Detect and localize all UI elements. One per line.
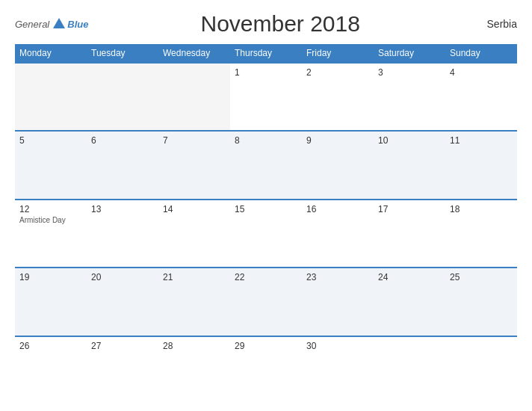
calendar-week-2: 567891011 [15, 130, 517, 198]
calendar-cell: 18 [445, 200, 517, 267]
weekday-header: Tuesday [87, 44, 158, 62]
day-number: 7 [163, 135, 226, 146]
weekday-header: Wednesday [158, 44, 230, 62]
logo-general: General [15, 19, 49, 30]
header: General Blue November 2018 Serbia [15, 11, 517, 37]
calendar-cell: 9 [302, 132, 374, 198]
day-number: 11 [450, 135, 513, 146]
day-number: 10 [378, 135, 441, 146]
calendar-cell [15, 64, 87, 130]
calendar-cell: 6 [87, 132, 158, 198]
calendar-cell: 27 [87, 337, 158, 404]
day-number: 19 [19, 272, 82, 282]
calendar-cell [87, 64, 158, 130]
calendar-body: 123456789101112Armistice Day131415161718… [15, 62, 517, 404]
page-title: November 2018 [88, 11, 472, 37]
calendar-cell: 1 [230, 64, 302, 130]
calendar-cell: 5 [15, 132, 87, 198]
day-event: Armistice Day [19, 216, 82, 224]
calendar-cell: 11 [445, 132, 517, 198]
weekday-header: Saturday [374, 44, 445, 62]
calendar-cell: 29 [230, 337, 302, 404]
day-number: 5 [19, 135, 82, 146]
day-number: 30 [306, 341, 369, 351]
day-number: 21 [163, 272, 226, 282]
calendar-cell: 3 [374, 64, 445, 130]
calendar-week-5: 2627282930 [15, 336, 517, 404]
day-number: 17 [378, 204, 441, 214]
day-number: 23 [306, 272, 369, 282]
logo: General Blue [15, 18, 88, 30]
calendar-week-3: 12Armistice Day131415161718 [15, 199, 517, 267]
calendar-cell: 28 [158, 337, 230, 404]
day-number: 16 [306, 204, 369, 214]
weekday-header: Monday [15, 44, 87, 62]
logo-blue: Blue [67, 19, 88, 30]
calendar-cell: 13 [87, 200, 158, 267]
calendar-week-4: 19202122232425 [15, 267, 517, 335]
calendar-header: MondayTuesdayWednesdayThursdayFridaySatu… [15, 44, 517, 62]
day-number: 29 [235, 341, 297, 351]
calendar-cell [374, 337, 445, 404]
weekday-header: Sunday [445, 44, 517, 62]
day-number: 28 [163, 341, 226, 351]
day-number: 3 [378, 67, 441, 78]
calendar-cell: 7 [158, 132, 230, 198]
calendar-page: General Blue November 2018 Serbia Monday… [0, 0, 532, 411]
calendar: MondayTuesdayWednesdayThursdayFridaySatu… [15, 44, 517, 404]
calendar-cell: 22 [230, 268, 302, 335]
day-number: 12 [19, 204, 82, 214]
day-number: 14 [163, 204, 226, 214]
calendar-cell: 20 [87, 268, 158, 335]
day-number: 22 [235, 272, 297, 282]
calendar-cell: 14 [158, 200, 230, 267]
calendar-cell: 8 [230, 132, 302, 198]
calendar-cell: 23 [302, 268, 374, 335]
weekday-header: Thursday [230, 44, 302, 62]
calendar-cell: 12Armistice Day [15, 200, 87, 267]
day-number: 20 [91, 272, 154, 282]
calendar-cell [158, 64, 230, 130]
weekday-header: Friday [302, 44, 374, 62]
country-label: Serbia [472, 18, 517, 30]
calendar-cell: 24 [374, 268, 445, 335]
calendar-cell: 15 [230, 200, 302, 267]
calendar-cell: 16 [302, 200, 374, 267]
day-number: 18 [450, 204, 513, 214]
day-number: 9 [306, 135, 369, 146]
calendar-week-1: 1234 [15, 62, 517, 130]
calendar-cell: 25 [445, 268, 517, 335]
day-number: 15 [235, 204, 297, 214]
calendar-cell: 17 [374, 200, 445, 267]
calendar-cell: 30 [302, 337, 374, 404]
day-number: 25 [450, 272, 513, 282]
logo-triangle-icon [53, 18, 65, 28]
day-number: 4 [450, 67, 513, 78]
day-number: 13 [91, 204, 154, 214]
day-number: 6 [91, 135, 154, 146]
calendar-cell: 21 [158, 268, 230, 335]
day-number: 27 [91, 341, 154, 351]
calendar-cell: 2 [302, 64, 374, 130]
calendar-cell: 26 [15, 337, 87, 404]
day-number: 24 [378, 272, 441, 282]
calendar-cell: 4 [445, 64, 517, 130]
calendar-cell: 19 [15, 268, 87, 335]
day-number: 1 [235, 67, 297, 78]
day-number: 8 [235, 135, 297, 146]
day-number: 2 [306, 67, 369, 78]
calendar-cell: 10 [374, 132, 445, 198]
day-number: 26 [19, 341, 82, 351]
calendar-cell [445, 337, 517, 404]
